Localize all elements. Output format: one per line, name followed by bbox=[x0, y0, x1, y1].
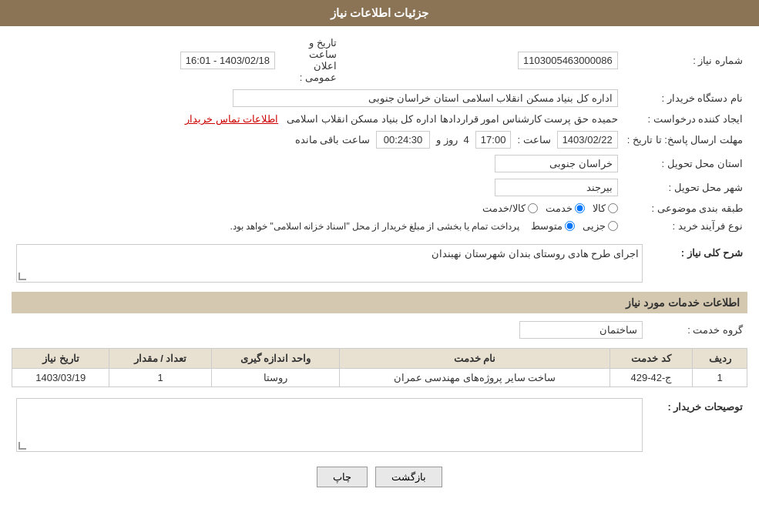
button-row: بازگشت چاپ bbox=[12, 467, 747, 487]
col-name: نام خدمت bbox=[340, 349, 610, 369]
ostan-label: استان محل تحویل : bbox=[623, 152, 747, 176]
nooe-farayand-value: جزیی متوسط پرداخت تمام یا بخشی از مبلغ خ… bbox=[12, 217, 623, 235]
tabaqe-label: طبقه بندی موضوعی : bbox=[623, 199, 747, 217]
sharh-koli-label: شرح کلی نیاز : bbox=[681, 247, 743, 259]
col-vahed: واحد اندازه گیری bbox=[211, 349, 340, 369]
time-label: ساعت : bbox=[517, 134, 550, 146]
nam-dastgah-box: اداره کل بنیاد مسکن انقلاب اسلامی استان … bbox=[233, 89, 618, 107]
radio-khedmat-label: خدمت bbox=[546, 202, 573, 214]
nooe-note: پرداخت تمام یا بخشی از مبلغ خریدار از مح… bbox=[230, 221, 519, 232]
radio-khedmat[interactable] bbox=[575, 203, 585, 213]
toseeh-table: توصیحات خریدار : bbox=[12, 395, 747, 455]
table-row: 1 ج-42-429 ساخت سایر پروژه‌های مهندسی عم… bbox=[12, 369, 747, 387]
cell-code: ج-42-429 bbox=[610, 369, 693, 387]
col-code: کد خدمت bbox=[610, 349, 693, 369]
ostan-box: خراسان جنوبی bbox=[495, 155, 618, 172]
shomara-niaz-value: 1103005463000086 bbox=[341, 34, 623, 86]
toseeh-value-cell bbox=[12, 395, 647, 455]
toseeh-label: توصیحات خریدار : bbox=[667, 401, 743, 413]
roz-label: روز و bbox=[436, 134, 458, 146]
radio-motavasset[interactable] bbox=[565, 221, 575, 231]
tabaqe-value: کالا خدمت کالا/خدمت bbox=[12, 199, 623, 217]
radio-kala[interactable] bbox=[608, 203, 618, 213]
service-table: ردیف کد خدمت نام خدمت واحد اندازه گیری ت… bbox=[12, 348, 747, 387]
shomara-niaz-box: 1103005463000086 bbox=[518, 52, 618, 69]
cell-vahed: روستا bbox=[211, 369, 340, 387]
sharh-description-area: اجرای طرح هادی روستای بندان شهرستان نهبن… bbox=[16, 244, 643, 283]
ijad-konande-label: ایجاد کننده درخواست : bbox=[623, 110, 747, 128]
radio-motavasset-label: متوسط bbox=[531, 220, 563, 232]
col-radif: ردیف bbox=[693, 349, 747, 369]
sharh-value-cell: اجرای طرح هادی روستای بندان شهرستان نهبن… bbox=[12, 241, 647, 286]
mohlat-value: 1403/02/22 ساعت : 17:00 4 روز و 00:24:30… bbox=[12, 128, 623, 152]
cell-tedad: 1 bbox=[109, 369, 211, 387]
sharh-table: شرح کلی نیاز : اجرای طرح هادی روستای بند… bbox=[12, 241, 747, 286]
tamas-khardar-link[interactable]: اطلاعات تماس خریدار bbox=[185, 113, 278, 125]
mohlat-date-box: 1403/02/22 bbox=[557, 131, 618, 149]
main-content: شماره نیاز : 1103005463000086 تاریخ و سا… bbox=[0, 26, 759, 507]
radio-kala-khedmat[interactable] bbox=[528, 203, 538, 213]
bazgasht-button[interactable]: بازگشت bbox=[375, 467, 442, 487]
page-header: جزئیات اطلاعات نیاز bbox=[0, 0, 759, 26]
radio-jozi[interactable] bbox=[608, 221, 618, 231]
ostan-value: خراسان جنوبی bbox=[12, 152, 623, 176]
tarikh-value: 1403/02/18 - 16:01 bbox=[12, 34, 280, 86]
radio-kala-khedmat-label: کالا/خدمت bbox=[482, 202, 526, 214]
tarikh-label: تاریخ و ساعت اعلان عمومی : bbox=[280, 34, 341, 86]
chap-button[interactable]: چاپ bbox=[317, 467, 368, 487]
cell-name: ساخت سایر پروژه‌های مهندسی عمران bbox=[340, 369, 610, 387]
toseeh-label-cell: توصیحات خریدار : bbox=[647, 395, 747, 455]
sharh-label: شرح کلی نیاز : bbox=[647, 241, 747, 286]
mohlat-time-box: 17:00 bbox=[475, 131, 512, 149]
radio-kala-item: کالا bbox=[593, 202, 618, 214]
shahr-box: بیرجند bbox=[495, 179, 618, 196]
service-table-body: 1 ج-42-429 ساخت سایر پروژه‌های مهندسی عم… bbox=[12, 369, 747, 387]
radio-kala-label: کالا bbox=[593, 202, 606, 214]
grohe-table: گروه خدمت : ساختمان bbox=[12, 318, 747, 342]
grohe-khedmat-label: گروه خدمت : bbox=[647, 318, 747, 342]
resize-handle bbox=[18, 273, 26, 280]
shahr-label: شهر محل تحویل : bbox=[623, 176, 747, 199]
countdown-box: 00:24:30 bbox=[376, 131, 430, 149]
page-title: جزئیات اطلاعات نیاز bbox=[331, 6, 428, 19]
nam-dastgah-value: اداره کل بنیاد مسکن انقلاب اسلامی استان … bbox=[12, 86, 623, 110]
countdown-label: ساعت باقی مانده bbox=[295, 134, 370, 146]
toseeh-resize-handle bbox=[18, 442, 26, 450]
tarikh-box: 1403/02/18 - 16:01 bbox=[180, 52, 275, 69]
radio-khedmat-item: خدمت bbox=[546, 202, 585, 214]
table-header-row: ردیف کد خدمت نام خدمت واحد اندازه گیری ت… bbox=[12, 349, 747, 369]
radio-motavasset-item: متوسط bbox=[531, 220, 575, 232]
mohlat-label: مهلت ارسال پاسخ: تا تاریخ : bbox=[623, 128, 747, 152]
cell-radif: 1 bbox=[693, 369, 747, 387]
radio-kala-khedmat-item: کالا/خدمت bbox=[482, 202, 538, 214]
grohe-khedmat-box: ساختمان bbox=[519, 321, 643, 339]
toseeh-area bbox=[16, 398, 643, 452]
ijad-konande-text: حمیده حق پرست کارشناس امور قراردادها ادا… bbox=[287, 113, 618, 125]
shahr-value: بیرجند bbox=[12, 176, 623, 199]
shomara-niaz-label: شماره نیاز : bbox=[623, 34, 747, 86]
ijad-konande-value: حمیده حق پرست کارشناس امور قراردادها ادا… bbox=[12, 110, 623, 128]
grohe-khedmat-value: ساختمان bbox=[12, 318, 647, 342]
nooe-farayand-label: نوع فرآیند خرید : bbox=[623, 217, 747, 235]
radio-jozi-item: جزیی bbox=[583, 220, 618, 232]
radio-jozi-label: جزیی bbox=[583, 220, 606, 232]
sharh-text: اجرای طرح هادی روستای بندان شهرستان نهبن… bbox=[432, 248, 639, 259]
info-table: شماره نیاز : 1103005463000086 تاریخ و سا… bbox=[12, 34, 747, 235]
col-tarikh: تاریخ نیاز bbox=[12, 349, 109, 369]
cell-tarikh: 1403/03/19 bbox=[12, 369, 109, 387]
roz-value: 4 bbox=[464, 134, 469, 146]
col-tedad: تعداد / مقدار bbox=[109, 349, 211, 369]
services-header: اطلاعات خدمات مورد نیاز bbox=[12, 292, 747, 313]
nam-dastgah-label: نام دستگاه خریدار : bbox=[623, 86, 747, 110]
page-wrapper: جزئیات اطلاعات نیاز شماره نیاز : 1103005… bbox=[0, 0, 759, 532]
